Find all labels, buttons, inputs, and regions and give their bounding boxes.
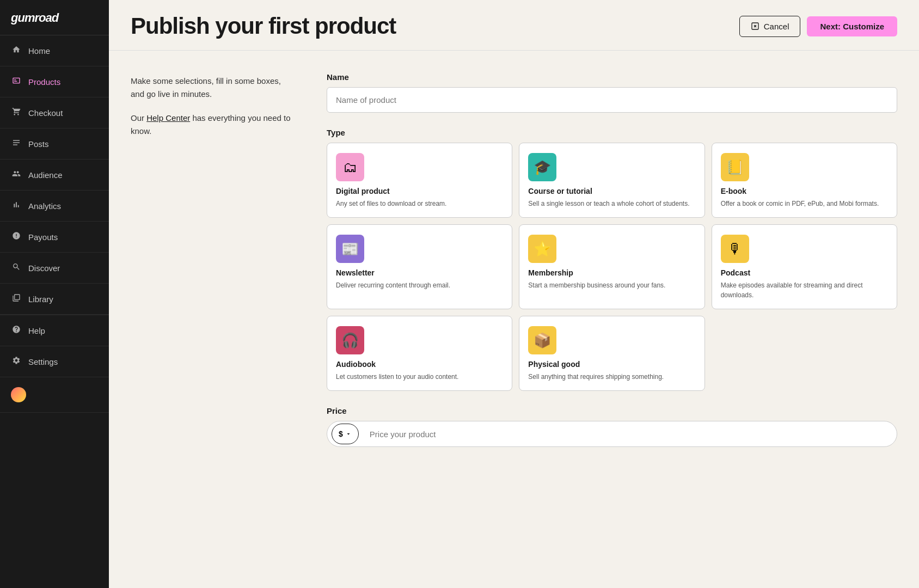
- help-icon: [11, 325, 22, 336]
- physical-icon: 📦: [528, 326, 556, 354]
- podcast-icon: 🎙: [721, 235, 749, 263]
- main-content: Publish your first product Cancel Next: …: [109, 0, 919, 588]
- help-center-link[interactable]: Help Center: [146, 113, 190, 122]
- currency-selector[interactable]: $: [332, 424, 359, 444]
- content-area: Make some selections, fill in some boxes…: [109, 51, 919, 588]
- name-label: Name: [327, 72, 897, 82]
- price-label: Price: [327, 406, 897, 415]
- left-panel: Make some selections, fill in some boxes…: [131, 72, 294, 566]
- library-icon: [11, 293, 22, 304]
- newsletter-icon: 📰: [336, 235, 364, 263]
- type-card-course[interactable]: 🎓Course or tutorialSell a single lesson …: [519, 143, 704, 218]
- membership-title: Membership: [528, 268, 695, 277]
- settings-icon: [11, 356, 22, 367]
- price-section: Price $: [327, 406, 897, 447]
- sidebar-item-settings[interactable]: Settings: [0, 346, 109, 377]
- sidebar-item-settings-label: Settings: [28, 357, 58, 366]
- type-card-physical[interactable]: 📦Physical goodSell anything that require…: [519, 316, 704, 391]
- svg-rect-1: [14, 81, 17, 82]
- audiobook-icon: 🎧: [336, 326, 364, 354]
- intro-text-2: Our Help Center has everything you need …: [131, 112, 294, 138]
- svg-rect-0: [14, 79, 16, 80]
- type-card-podcast[interactable]: 🎙PodcastMake episodes available for stre…: [712, 224, 897, 309]
- sidebar-item-discover[interactable]: Discover: [0, 253, 109, 284]
- sidebar-item-home-label: Home: [28, 46, 50, 56]
- podcast-desc: Make episodes available for streaming an…: [721, 280, 888, 300]
- physical-desc: Sell anything that requires shipping som…: [528, 372, 695, 382]
- sidebar-item-help-label: Help: [28, 326, 45, 335]
- type-card-ebook[interactable]: 📒E-bookOffer a book or comic in PDF, ePu…: [712, 143, 897, 218]
- sidebar-item-home[interactable]: Home: [0, 35, 109, 66]
- audiobook-desc: Let customers listen to your audio conte…: [336, 372, 503, 382]
- physical-title: Physical good: [528, 360, 695, 369]
- sidebar-item-analytics[interactable]: Analytics: [0, 191, 109, 222]
- sidebar-item-library-label: Library: [28, 295, 53, 304]
- logo: gumroad: [11, 11, 58, 24]
- sidebar-item-avatar[interactable]: [0, 377, 109, 413]
- course-title: Course or tutorial: [528, 187, 695, 195]
- type-card-membership[interactable]: ⭐MembershipStart a membership business a…: [519, 224, 704, 309]
- products-icon: [11, 76, 22, 87]
- sidebar-item-checkout[interactable]: Checkout: [0, 97, 109, 128]
- name-input[interactable]: [327, 87, 897, 113]
- course-desc: Sell a single lesson or teach a whole co…: [528, 199, 695, 209]
- digital-icon: 🗂: [336, 153, 364, 181]
- sidebar-item-products-label: Products: [28, 77, 60, 87]
- sidebar-item-analytics-label: Analytics: [28, 201, 61, 211]
- sidebar-item-audience-label: Audience: [28, 170, 63, 180]
- home-icon: [11, 45, 22, 56]
- page-title: Publish your first product: [131, 13, 396, 39]
- logo-area: gumroad: [0, 0, 109, 35]
- sidebar-item-library[interactable]: Library: [0, 284, 109, 315]
- header-actions: Cancel Next: Customize: [739, 16, 897, 37]
- payouts-icon: [11, 231, 22, 242]
- next-button[interactable]: Next: Customize: [807, 16, 897, 36]
- type-card-newsletter[interactable]: 📰NewsletterDeliver recurring content thr…: [327, 224, 512, 309]
- sidebar-item-help[interactable]: Help: [0, 315, 109, 346]
- checkout-icon: [11, 107, 22, 118]
- sidebar-item-payouts-label: Payouts: [28, 232, 58, 242]
- page-header: Publish your first product Cancel Next: …: [109, 0, 919, 51]
- sidebar-item-posts[interactable]: Posts: [0, 128, 109, 160]
- audiobook-title: Audiobook: [336, 360, 503, 369]
- sidebar-nav: Home Products Checkout Posts Audience: [0, 35, 109, 588]
- right-panel: Name Type 🗂Digital productAny set of fil…: [327, 72, 897, 566]
- analytics-icon: [11, 200, 22, 211]
- currency-symbol: $: [339, 430, 343, 438]
- sidebar-item-audience[interactable]: Audience: [0, 160, 109, 191]
- ebook-desc: Offer a book or comic in PDF, ePub, and …: [721, 199, 888, 209]
- digital-title: Digital product: [336, 187, 503, 195]
- cancel-icon: [751, 22, 759, 30]
- sidebar-item-products[interactable]: Products: [0, 66, 109, 97]
- cancel-button[interactable]: Cancel: [739, 16, 801, 37]
- type-section: Type 🗂Digital productAny set of files to…: [327, 128, 897, 391]
- sidebar-item-discover-label: Discover: [28, 264, 60, 273]
- course-icon: 🎓: [528, 153, 556, 181]
- newsletter-desc: Deliver recurring content through email.: [336, 280, 503, 290]
- sidebar-bottom: Help Settings: [0, 315, 109, 413]
- sidebar: gumroad Home Products Checkout Posts: [0, 0, 109, 588]
- type-card-audiobook[interactable]: 🎧AudiobookLet customers listen to your a…: [327, 316, 512, 391]
- type-card-digital[interactable]: 🗂Digital productAny set of files to down…: [327, 143, 512, 218]
- type-grid: 🗂Digital productAny set of files to down…: [327, 143, 897, 391]
- type-label: Type: [327, 128, 897, 137]
- audience-icon: [11, 169, 22, 180]
- digital-desc: Any set of files to download or stream.: [336, 199, 503, 209]
- price-input-wrapper: $: [327, 421, 897, 447]
- intro-text-1: Make some selections, fill in some boxes…: [131, 75, 294, 101]
- avatar: [11, 387, 26, 402]
- discover-icon: [11, 262, 22, 273]
- sidebar-item-payouts[interactable]: Payouts: [0, 222, 109, 253]
- ebook-icon: 📒: [721, 153, 749, 181]
- membership-desc: Start a membership business around your …: [528, 280, 695, 290]
- newsletter-title: Newsletter: [336, 268, 503, 277]
- price-input[interactable]: [361, 422, 897, 446]
- posts-icon: [11, 138, 22, 149]
- sidebar-item-posts-label: Posts: [28, 139, 49, 149]
- membership-icon: ⭐: [528, 235, 556, 263]
- ebook-title: E-book: [721, 187, 888, 195]
- podcast-title: Podcast: [721, 268, 888, 277]
- chevron-down-icon: [345, 431, 352, 437]
- sidebar-item-checkout-label: Checkout: [28, 108, 63, 118]
